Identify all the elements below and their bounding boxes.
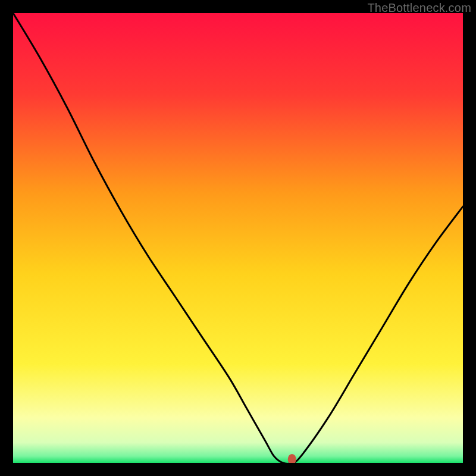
plot-background bbox=[13, 13, 463, 463]
plot-area bbox=[13, 13, 463, 463]
plot-svg bbox=[13, 13, 463, 463]
chart-frame: TheBottleneck.com bbox=[0, 0, 476, 476]
watermark-text: TheBottleneck.com bbox=[367, 1, 471, 15]
